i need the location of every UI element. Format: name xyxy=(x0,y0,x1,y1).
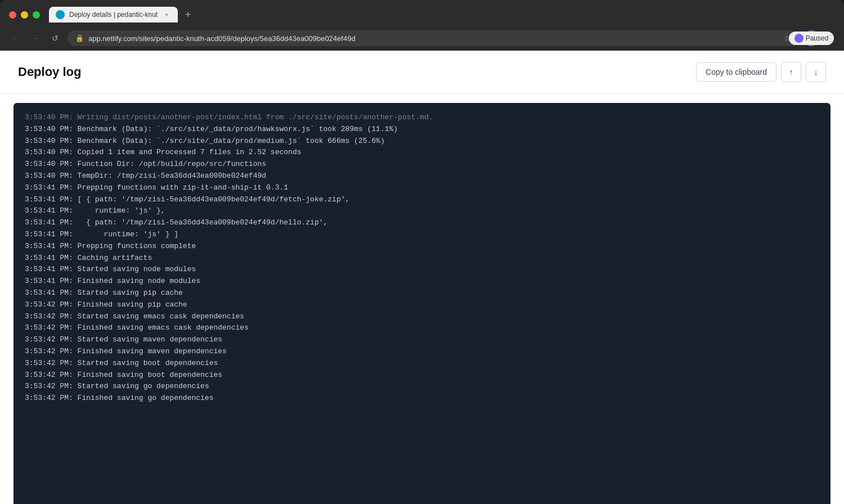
traffic-lights xyxy=(9,11,40,19)
browser-menu-button[interactable]: ⋮ xyxy=(824,31,837,46)
address-bar[interactable]: 🔒 app.netlify.com/sites/pedantic-knuth-a… xyxy=(68,30,799,46)
log-line: 3:53:41 PM: { path: '/tmp/zisi-5ea36dd43… xyxy=(25,217,819,229)
close-traffic-light[interactable] xyxy=(9,11,16,19)
page-content: Deploy log Copy to clipboard ↑ ↓ 3:53:40… xyxy=(0,51,844,504)
log-line: 3:53:42 PM: Finished saving maven depend… xyxy=(25,346,819,358)
log-line: 3:53:40 PM: Function Dir: /opt/build/rep… xyxy=(25,159,819,170)
browser-toolbar: ← → ↺ 🔒 app.netlify.com/sites/pedantic-k… xyxy=(0,27,844,51)
url-display: app.netlify.com/sites/pedantic-knuth-acd… xyxy=(88,34,779,43)
log-line: 3:53:41 PM: Prepping functions complete xyxy=(25,241,819,253)
scroll-up-button[interactable]: ↑ xyxy=(781,62,801,82)
log-line: 3:53:42 PM: Finished saving pip cache xyxy=(25,299,819,311)
log-line: 3:53:42 PM: Started saving boot dependen… xyxy=(25,358,819,370)
log-line: 3:53:42 PM: Started saving emacs cask de… xyxy=(25,311,819,323)
log-line: 3:53:41 PM: runtime: 'js' }, xyxy=(25,205,819,217)
log-line: 3:53:40 PM: Copied 1 item and Processed … xyxy=(25,147,819,159)
log-line: 3:53:42 PM: Started saving maven depende… xyxy=(25,334,819,346)
log-line: 3:53:40 PM: Writing dist/posts/another-p… xyxy=(25,112,819,124)
log-line: 3:53:41 PM: [ { path: '/tmp/zisi-5ea36dd… xyxy=(25,194,819,206)
log-line: 3:53:40 PM: TempDir: /tmp/zisi-5ea36dd43… xyxy=(25,170,819,182)
log-line: 3:53:42 PM: Started saving go dependenci… xyxy=(25,381,819,393)
tab-title: Deploy details | pedantic-knut xyxy=(69,11,158,19)
tab-bar: Deploy details | pedantic-knut × + xyxy=(49,7,835,22)
browser-titlebar: Deploy details | pedantic-knut × + xyxy=(0,0,844,27)
log-line: 3:53:42 PM: Finished saving emacs cask d… xyxy=(25,322,819,334)
maximize-traffic-light[interactable] xyxy=(33,11,40,19)
header-actions: Copy to clipboard ↑ ↓ xyxy=(696,62,826,82)
scroll-down-button[interactable]: ↓ xyxy=(806,62,826,82)
active-tab[interactable]: Deploy details | pedantic-knut × xyxy=(49,7,178,22)
copy-to-clipboard-button[interactable]: Copy to clipboard xyxy=(696,62,776,82)
log-line: 3:53:41 PM: Started saving pip cache xyxy=(25,287,819,299)
new-tab-button[interactable]: + xyxy=(180,7,196,22)
log-line: 3:53:41 PM: Finished saving node modules xyxy=(25,276,819,287)
profile-button[interactable]: Paused xyxy=(803,30,819,46)
reload-button[interactable]: ↺ xyxy=(47,30,63,46)
log-line: 3:53:41 PM: runtime: 'js' } ] xyxy=(25,229,819,241)
log-line: 3:53:41 PM: Caching artifacts xyxy=(25,253,819,264)
log-line: 3:53:41 PM: Prepping functions with zip-… xyxy=(25,182,819,194)
back-button[interactable]: ← xyxy=(7,30,23,46)
log-line: 3:53:42 PM: Finished saving boot depende… xyxy=(25,370,819,381)
page-title: Deploy log xyxy=(18,65,81,79)
log-line: 3:53:40 PM: Benchmark (Data): `./src/sit… xyxy=(25,136,819,147)
log-container[interactable]: 3:53:40 PM: Writing dist/posts/another-p… xyxy=(14,103,830,504)
log-line: 3:53:40 PM: Benchmark (Data): `./src/sit… xyxy=(25,124,819,136)
log-line: 3:53:41 PM: Started saving node modules xyxy=(25,264,819,276)
browser-chrome: Deploy details | pedantic-knut × + ← → ↺… xyxy=(0,0,844,51)
page-header: Deploy log Copy to clipboard ↑ ↓ xyxy=(0,51,844,94)
tab-close-button[interactable]: × xyxy=(162,10,171,19)
profile-avatar xyxy=(794,34,803,43)
tab-favicon-icon xyxy=(56,10,65,19)
log-line: 3:53:42 PM: Finished saving go dependenc… xyxy=(25,393,819,404)
forward-button[interactable]: → xyxy=(27,30,43,46)
minimize-traffic-light[interactable] xyxy=(21,11,28,19)
lock-icon: 🔒 xyxy=(75,34,84,42)
